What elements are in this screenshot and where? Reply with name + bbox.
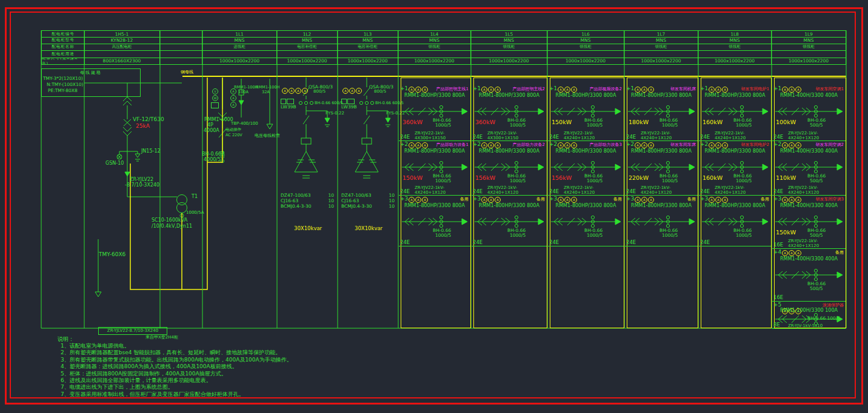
header-cell: MNS (471, 37, 547, 44)
circuit-module-count: 24E (773, 188, 783, 194)
ct-circle-icon (666, 105, 669, 108)
cap-component-row: DZ47-100/6310 (281, 193, 334, 198)
meter-icon: A (302, 88, 308, 94)
circuit-load-kw: 220kW (629, 174, 649, 181)
symbol-stroke (837, 108, 843, 114)
circuit-oneline-symbols (401, 105, 468, 117)
header-cell: 馈线柜 (547, 44, 624, 51)
cap-controller-model: LW39B (341, 104, 357, 110)
header-cell: 1000x1000x2200 (277, 58, 338, 65)
header-cell: MNS (277, 37, 338, 44)
ammeter-icon: A (709, 87, 715, 93)
ammeter-icon: A (495, 142, 501, 148)
circuit-breaker-label: RMM1-800HP/3300 800A (699, 148, 771, 154)
header-cell: 电容补偿柜 (338, 44, 398, 51)
meter-icon: V (212, 88, 218, 94)
cap-component-name: CJ16-63 (281, 198, 298, 203)
ct-circle-icon (740, 216, 743, 219)
ammeter-icon: A (641, 87, 647, 93)
circuit-load-kw: 360kW (475, 119, 495, 125)
header-cell (160, 37, 202, 44)
circuit-cable-spec: ZR-YJV-1kV-5x10 (788, 323, 823, 328)
cap-component-name: DZ47-100/63 (341, 193, 372, 198)
ct-circle-icon (439, 105, 442, 108)
header-cell (160, 58, 202, 65)
circuit-tag: +1 (700, 85, 708, 91)
cap-component-name: DZ47-100/63 (281, 193, 311, 198)
main-breaker-rating: 4000A (204, 128, 219, 133)
cap-ct-label: BH-0.66 600/5 (315, 101, 343, 105)
ammeter-icon: A (415, 87, 421, 93)
ammeter-icon: A (635, 197, 641, 203)
circuit-module-count: 24E (626, 188, 636, 194)
circuit-cable-spec: ZR-YJV22-1kV-4X240+1X120 (715, 185, 771, 195)
main-breaker-model: RMM1-4000 (204, 117, 233, 122)
meter-icon: A (289, 88, 295, 94)
header-cell: 1000x1000x2200 (547, 58, 624, 65)
motor-operation-label: 电动操作 (225, 127, 241, 133)
circuit-module-count: 24E (773, 134, 783, 140)
bus-voltage-check-label: 电压母线检查 (255, 133, 280, 139)
ct-circle-icon (666, 170, 669, 173)
ammeter-icon: A (571, 197, 577, 203)
header-cell: 进线柜 (202, 44, 277, 51)
ammeter-icon: A (422, 197, 428, 203)
ct-circle-icon (666, 114, 669, 117)
circuit-load-kw: 150kW (552, 119, 572, 125)
kwh-meter-icon (211, 102, 219, 108)
circuit-label: 产品部动力设备2 (513, 142, 545, 148)
circuit-tag: +3 (773, 196, 781, 202)
transformer-ratio: /10/0.4kV,Dyn11 (152, 223, 192, 229)
circuit-module-count: 24E (549, 188, 559, 194)
lv-riser-label: TMY-60X6 (99, 251, 125, 257)
circuit-tag: +2 (700, 141, 708, 147)
ct-circle-icon (439, 216, 442, 219)
meter-icon: A (230, 95, 236, 101)
circuit-oneline-symbols (775, 105, 843, 117)
header-cell: 1000x1000x2200 (698, 58, 772, 65)
ammeter-icon: A (481, 87, 487, 93)
ct-circle-icon (814, 269, 817, 272)
circuit-ct-ratio: 1000/5 (587, 178, 603, 183)
ammeter-icon: A (558, 142, 564, 148)
earth-switch-label: GSN-10 (105, 160, 124, 166)
feeder-circuit: +2AAA产品部动力设备1RMM1-800HP/3300 800A150kWBH… (399, 140, 470, 196)
circuit-label: 备用 (761, 196, 769, 202)
header-cell (547, 51, 624, 58)
cap-switch-ratio: 800/5 (374, 89, 386, 94)
header-cell (471, 51, 547, 58)
circuit-oneline-symbols (627, 161, 695, 173)
circuit-module-count: 24E (473, 188, 482, 194)
symbol-stroke (763, 219, 768, 225)
circuit-label: 备用 (536, 196, 545, 202)
symbol-stroke (615, 108, 621, 114)
cap-component-row: DZ47-100/6310 (341, 193, 395, 198)
ammeter-icon: A (571, 87, 577, 93)
hv-breaking-capacity: 25kA (136, 123, 150, 129)
ammeter-icon: A (488, 142, 494, 148)
cap-component-name: CJ16-63 (341, 198, 359, 203)
circuit-cable-spec: ZR-YJV22-1kV-4X300+1X150 (487, 131, 547, 140)
circuit-breaker-label: RMM1-400H/3300 400A (772, 93, 846, 98)
circuit-oneline-symbols (474, 216, 544, 228)
header-cell (698, 51, 772, 58)
circuit-label: 研发车间车床 (670, 142, 696, 148)
feeder-circuit: +1AAA产品部视频设备2RMM1-800HP/3300 800A150kWBH… (548, 85, 624, 141)
circuit-oneline-symbols (550, 105, 621, 117)
circuit-module-count: 8E (773, 322, 780, 328)
cap-component-row: CJ16-6310 (281, 198, 334, 203)
circuit-oneline-symbols (627, 105, 695, 117)
circuit-module-count: 24E (400, 134, 410, 140)
circuit-module-count: 24E (549, 239, 559, 245)
capacitor-bank-rating: 30X10kvar (294, 225, 322, 231)
ct-circle-icon (515, 170, 518, 173)
circuit-tag: +1 (773, 85, 781, 91)
ammeter-icon: A (782, 250, 788, 256)
circuit-breaker-label: RMM1-800HP/3300 800A (399, 203, 470, 208)
ammeter-icon: A (648, 142, 654, 148)
ct-circle-icon (439, 224, 442, 227)
transformer-secondary-winding (177, 203, 187, 213)
circuit-module-count: 24E (473, 239, 482, 245)
circuit-tag: +3 (626, 196, 634, 202)
meter-icon: A (230, 88, 236, 94)
